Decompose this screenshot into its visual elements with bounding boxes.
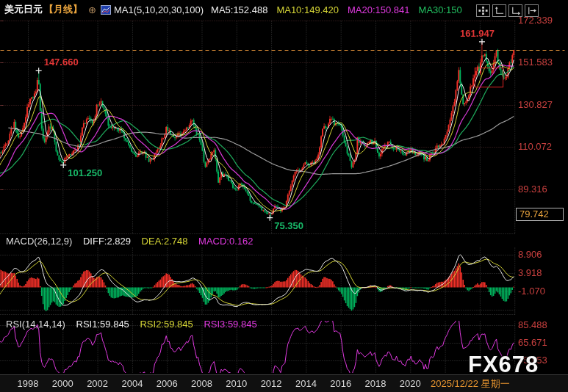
macd-diff-value: DIFF:2.829 bbox=[83, 236, 131, 247]
chart-type-icon[interactable] bbox=[101, 5, 111, 15]
watermark: FX678 bbox=[468, 352, 539, 378]
ma-settings-label: MA1(5,10,20,30,100) bbox=[114, 4, 204, 15]
move-icon bbox=[478, 6, 489, 15]
axis-right-arrow-icon bbox=[510, 6, 521, 15]
add-indicator-icon[interactable]: ⊕ bbox=[88, 4, 96, 15]
rsi-title: RSI(14,14,14) bbox=[6, 319, 65, 330]
rsi3-value: RSI3:59.845 bbox=[204, 319, 256, 330]
axis-up-arrow-icon bbox=[494, 6, 505, 15]
chart-header: 美元日元 【月线】 ⊕ MA1(5,10,20,30,100) MA5:152.… bbox=[4, 3, 462, 16]
rsi-label-row: RSI(14,14,14) RSI1:59.845 RSI2:59.845 RS… bbox=[6, 319, 265, 330]
scale-y-axis-button[interactable] bbox=[492, 4, 506, 17]
ma5-value: MA5:152.488 bbox=[211, 4, 267, 15]
move-chart-button[interactable] bbox=[476, 4, 490, 17]
macd-macd-value: MACD:0.162 bbox=[198, 236, 253, 247]
pan-right-icon bbox=[526, 6, 537, 15]
ma10-value: MA10:149.420 bbox=[276, 4, 339, 15]
ma20-value: MA20:150.841 bbox=[348, 4, 410, 15]
shift-right-button[interactable] bbox=[525, 4, 539, 17]
ma30-value: MA30:150 bbox=[419, 4, 462, 15]
scale-x-axis-button[interactable] bbox=[508, 4, 522, 17]
chart-canvas[interactable] bbox=[0, 0, 568, 392]
chart-window: 美元日元 【月线】 ⊕ MA1(5,10,20,30,100) MA5:152.… bbox=[0, 0, 568, 392]
macd-label-row: MACD(26,12,9) DIFF:2.829 DEA:2.748 MACD:… bbox=[6, 236, 262, 247]
toolbar bbox=[476, 4, 541, 17]
symbol-title: 美元日元 bbox=[4, 3, 43, 16]
macd-dea-value: DEA:2.748 bbox=[142, 236, 188, 247]
rsi2-value: RSI2:59.845 bbox=[140, 319, 193, 330]
rsi1-value: RSI1:59.845 bbox=[76, 319, 129, 330]
mini-chart-icon bbox=[101, 5, 111, 15]
timeframe-label: 【月线】 bbox=[44, 3, 82, 16]
macd-title: MACD(26,12,9) bbox=[6, 236, 72, 247]
